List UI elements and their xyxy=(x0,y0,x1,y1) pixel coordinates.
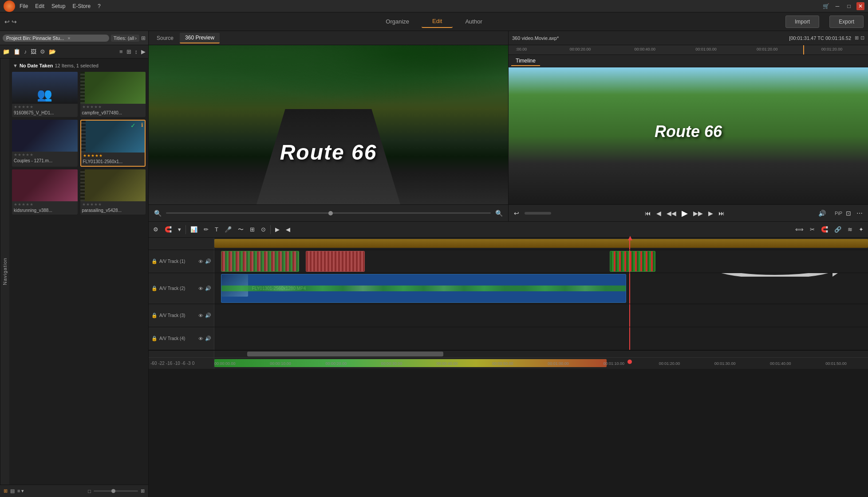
tab-360-preview[interactable]: 360 Preview xyxy=(180,33,220,43)
menu-setup[interactable]: Setup xyxy=(51,3,65,9)
audio-icon-av2[interactable]: 🔊 xyxy=(205,286,211,291)
zoom-out-icon[interactable]: 🔍 xyxy=(152,209,163,218)
maximize-button[interactable]: □ xyxy=(845,2,853,10)
tab-edit[interactable]: Edit xyxy=(422,15,453,28)
menu-estore[interactable]: E-Store xyxy=(72,3,91,9)
tl-settings-icon[interactable]: ⚙ xyxy=(151,225,160,234)
project-bin-label[interactable]: Project Bin: Pinnacle Stu... × xyxy=(3,35,109,42)
eye-icon-av4[interactable]: 👁 xyxy=(198,336,203,341)
zoom-slider[interactable] xyxy=(166,212,491,214)
list-view-btn[interactable]: ≡ ▾ xyxy=(17,488,24,494)
zoom-in-icon[interactable]: 🔍 xyxy=(493,209,505,218)
lock-icon-av1[interactable]: 🔒 xyxy=(151,258,158,264)
tab-organize[interactable]: Organize xyxy=(375,16,420,27)
settings-icon[interactable]: ⊡ xyxy=(860,35,864,41)
minimize-button[interactable]: ─ xyxy=(833,2,841,10)
pip-button[interactable]: PiP xyxy=(835,211,842,216)
tl-marker-out-icon[interactable]: ◀ xyxy=(284,225,292,234)
tl-snap-icon[interactable]: 🧲 xyxy=(163,225,174,234)
import-button[interactable]: Import xyxy=(785,16,819,28)
tl-grid-icon[interactable]: ⊞ xyxy=(248,225,256,234)
filmstrip-view-btn[interactable]: ▤ xyxy=(10,488,15,494)
next-frame-button[interactable]: ▶ xyxy=(706,209,715,218)
timeline-area: ⚙ 🧲 ▾ 📊 ✏ T 🎤 〜 ⊞ ⊙ ▶ ◀ ⟺ ✂ 🧲 🔗 ≋ xyxy=(149,222,868,497)
tl-draw-icon[interactable]: ✏ xyxy=(202,225,210,234)
menu-help[interactable]: ? xyxy=(98,3,101,9)
return-to-start-icon[interactable]: ↩ xyxy=(512,209,521,218)
audio-icon-av1[interactable]: 🔊 xyxy=(205,258,211,264)
sort-order-icon[interactable]: ↕ xyxy=(135,48,138,55)
panel-options-icon[interactable]: ▶ xyxy=(141,48,146,55)
maximize-preview-button[interactable]: ⊡ xyxy=(844,209,853,218)
tl-expand-icon[interactable]: ⟺ xyxy=(793,225,805,234)
lock-icon-av2[interactable]: 🔒 xyxy=(151,286,158,291)
image-icon[interactable]: 🖼 xyxy=(31,48,36,55)
play-button[interactable]: ▶ xyxy=(680,207,690,219)
tl-chart-icon[interactable]: 📊 xyxy=(189,225,199,234)
redo-button[interactable]: ↪ xyxy=(12,18,17,25)
fast-forward-button[interactable]: ▶▶ xyxy=(691,209,705,218)
group-expand-icon[interactable]: ▼ xyxy=(13,63,18,68)
media-item-selected[interactable]: ✓ ℹ ★★★★★ FLY01301-2560x1... xyxy=(80,120,146,167)
export-button[interactable]: Export xyxy=(829,16,864,28)
bottom-playhead-circle[interactable] xyxy=(627,360,632,364)
cart-icon[interactable]: 🛒 xyxy=(822,2,830,10)
tab-timeline[interactable]: Timeline xyxy=(511,56,540,66)
menu-edit[interactable]: Edit xyxy=(35,3,44,9)
size-slider[interactable] xyxy=(94,490,138,492)
media-item[interactable]: ★★★★★ kidsrunning_v388... xyxy=(12,169,78,215)
close-button[interactable]: ✕ xyxy=(856,2,864,10)
tl-link-icon[interactable]: 🔗 xyxy=(832,225,843,234)
fullscreen-icon[interactable]: ⊞ xyxy=(855,35,859,41)
rewind-button[interactable]: ◀◀ xyxy=(665,209,678,218)
effects-icon[interactable]: ⚙ xyxy=(40,48,45,55)
sort-icon[interactable]: 📋 xyxy=(13,48,20,55)
clip-av1-3[interactable] xyxy=(610,251,655,272)
grid-view-icon[interactable]: ⊞ xyxy=(126,48,131,55)
more-options-button[interactable]: ⋯ xyxy=(855,209,864,218)
media-item[interactable]: ★★★★★ 91608675_V_HD1... xyxy=(12,72,78,117)
tl-text-icon[interactable]: T xyxy=(213,225,220,234)
clip-av1-1[interactable] xyxy=(221,251,300,272)
title-track-clip[interactable] xyxy=(214,239,868,248)
grid-view-btn[interactable]: ⊞ xyxy=(4,488,8,494)
tl-wand-icon[interactable]: ✦ xyxy=(857,225,865,234)
audio-icon-av4[interactable]: 🔊 xyxy=(205,336,211,341)
tab-author[interactable]: Author xyxy=(454,16,493,27)
tl-cut-icon[interactable]: ✂ xyxy=(808,225,817,234)
media-item[interactable]: ★★★★★ parasailing_v5428... xyxy=(80,169,146,215)
clip-av2-main[interactable]: FLY01301-2560x1280 MP4 xyxy=(221,274,626,303)
tl-mic-icon[interactable]: 🎤 xyxy=(223,225,233,234)
clip-av1-2[interactable] xyxy=(306,251,365,272)
tl-marker-in-icon[interactable]: ▶ xyxy=(273,225,281,234)
lock-icon-av4[interactable]: 🔒 xyxy=(151,336,158,341)
prev-frame-button[interactable]: ◀ xyxy=(655,209,663,218)
folder-icon[interactable]: 📂 xyxy=(49,48,56,55)
music-icon[interactable]: ♪ xyxy=(24,48,27,55)
menu-file[interactable]: File xyxy=(20,3,28,9)
view-bin-icon[interactable]: 📁 xyxy=(3,48,10,55)
tl-magnetic-icon[interactable]: 🧲 xyxy=(819,225,830,234)
go-to-end-button[interactable]: ⏭ xyxy=(717,209,726,218)
go-to-start-button[interactable]: ⏮ xyxy=(643,209,653,218)
tl-circle-icon[interactable]: ⊙ xyxy=(259,225,268,234)
eye-icon-av3[interactable]: 👁 xyxy=(198,313,203,318)
undo-button[interactable]: ↩ xyxy=(4,18,10,25)
tl-wave-icon[interactable]: 〜 xyxy=(236,225,245,235)
tl-extra-icon[interactable]: ≋ xyxy=(846,225,854,234)
list-view-icon[interactable]: ≡ xyxy=(119,48,123,55)
titles-label[interactable]: Titles: (all › xyxy=(111,35,139,42)
scroll-thumb[interactable] xyxy=(247,352,443,356)
media-item[interactable]: ★★★★★ campfire_v977480... xyxy=(80,72,146,117)
volume-button[interactable]: 🔊 xyxy=(817,209,828,218)
eye-icon-av1[interactable]: 👁 xyxy=(198,259,203,264)
project-bin-close[interactable]: × xyxy=(67,35,70,41)
lock-icon-av3[interactable]: 🔒 xyxy=(151,313,158,318)
media-item[interactable]: ★★★★★ Couples - 1271.m... xyxy=(12,120,78,167)
eye-icon-av2[interactable]: 👁 xyxy=(198,286,203,291)
audio-icon-av3[interactable]: 🔊 xyxy=(205,313,211,318)
scroll-bar-content[interactable] xyxy=(214,351,868,357)
tab-source[interactable]: Source xyxy=(151,33,179,43)
tl-more-icon[interactable]: ▾ xyxy=(176,225,183,234)
panel-expand-icon[interactable]: ⊞ xyxy=(141,35,146,41)
